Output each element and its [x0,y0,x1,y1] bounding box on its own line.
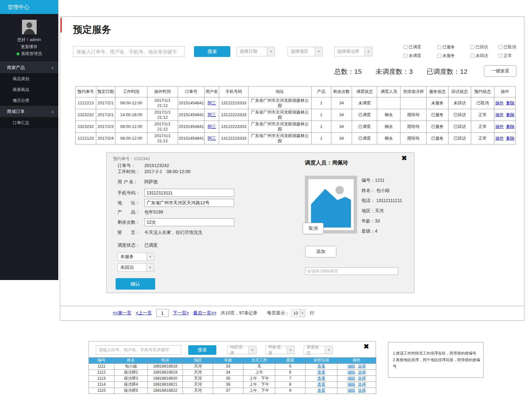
staff-search-button[interactable]: 搜索 [188,345,216,355]
close-icon[interactable]: ✖ [363,343,369,350]
confirm-button[interactable]: 确认 [116,278,155,290]
sidebar-group-orders[interactable]: 商城订单 ∧ [0,106,58,117]
cell-link[interactable]: 查看 [317,388,325,393]
search-button[interactable]: 搜索 [194,46,230,57]
cell: 柳永 [377,121,400,133]
filter-checkbox-scheduled[interactable]: 已调度 [404,44,437,50]
filter-checkbox-cancelled[interactable]: 已取消 [499,44,523,50]
chevron-down-icon[interactable]: ▼ [248,346,256,354]
phone-input[interactable] [144,189,234,197]
column-header: 调度状态 [352,87,377,97]
per-page-select[interactable]: 10 ▼ [291,309,305,317]
sidebar-item-product-category[interactable]: 商品类别 [0,74,58,84]
row-action-link[interactable]: 选择 [358,382,366,387]
header-row: 预约单号预定日期工作时段操作时间订单号用户名手机号码地址产品剩余次数调度状态调度… [75,87,516,97]
checkbox-icon[interactable] [471,54,474,58]
cell-link[interactable]: 阿三 [208,124,216,129]
search-input[interactable] [73,46,184,57]
chevron-down-icon[interactable]: ▼ [364,47,372,56]
row-action-link[interactable]: 操作 [495,101,504,105]
checkbox-icon[interactable] [437,45,441,49]
cell-link[interactable]: 阿三 [208,136,216,141]
service-state-select[interactable]: 未服务 ▼ [118,253,154,261]
checkbox-icon[interactable] [499,54,502,58]
chevron-down-icon[interactable]: ▼ [300,310,305,317]
filter-checkbox-unscheduled[interactable]: 未调度 [404,53,437,59]
row-action-link[interactable]: 删除 [506,136,514,141]
refresh-cache-link[interactable]: 更新缓存 [0,44,58,50]
product-value: 包年5199 [144,209,163,214]
filter-checkbox-served[interactable]: 已服务 [437,44,471,50]
popup-dispatch-select[interactable]: 派遣状态 ▼ [304,346,333,354]
row-action-link[interactable]: 编辑 [348,382,356,387]
checkbox-icon[interactable] [471,45,474,49]
row-action-link[interactable]: 操作 [495,112,504,117]
one-key-dispatch-button[interactable]: 一键派遣 [484,65,516,77]
column-header: 手机号码 [219,87,248,97]
row-action-link[interactable]: 编辑 [348,370,356,375]
red-scrollbar-thumb[interactable] [61,18,62,32]
last-page-link[interactable]: 最后一页>> [193,310,216,316]
row-action-link[interactable]: 删除 [506,124,514,129]
row-action-link[interactable]: 操作 [495,124,504,129]
remaining-input[interactable] [144,218,234,226]
row-actions: 操作删除 [494,121,516,133]
filter-checkbox-unserved[interactable]: 未服务 [437,53,471,59]
filter-checkbox-unvisited[interactable]: 未回访 [471,53,499,59]
sidebar-item-microshop-category[interactable]: 微店分类 [0,95,58,106]
sidebar-item-order-summary[interactable]: 订单汇总 [0,117,58,128]
filter-checkbox-normal[interactable]: 正常 [499,53,523,59]
cleaner-select[interactable]: 选择保洁师 ▼ [334,47,372,56]
row-action-link[interactable]: 选择 [358,388,366,393]
row-action-link[interactable]: 选择 [358,364,366,368]
row-action-link[interactable]: 操作 [495,136,504,141]
cell: 正常 [471,121,494,133]
row-action-link[interactable]: 删除 [506,112,514,117]
sidebar-item-merchant-goods[interactable]: 商家商品 [0,84,58,95]
cancel-staff-button[interactable]: 取消 [303,223,324,234]
checkbox-label: 正常 [504,53,512,59]
row-action-link[interactable]: 选择 [358,376,366,381]
cell-link[interactable]: 阿三 [208,112,216,117]
row-actions: 操作删除 [494,97,516,109]
staff-message-input[interactable] [305,267,398,275]
visit-state-select[interactable]: 未回访 ▼ [118,263,154,272]
checkbox-icon[interactable] [404,54,407,58]
page-number-input[interactable] [156,309,169,317]
popup-region-select[interactable]: 地区选择 ▼ [227,346,256,354]
cell-link[interactable]: 查看 [317,376,325,381]
cell-link[interactable]: 查看 [317,370,325,375]
column-header: 地址 [248,87,311,97]
prev-page-link[interactable]: <上一页 [136,310,152,316]
chevron-down-icon[interactable]: ▼ [267,47,275,56]
chevron-down-icon[interactable]: ▼ [287,346,294,354]
cell: 08:00-12:00 [115,97,147,109]
row-action-link[interactable]: 编辑 [348,388,356,393]
cell-link[interactable]: 查看 [317,382,325,387]
region-select[interactable]: 选择地区 ▼ [288,47,323,56]
cell-link[interactable]: 阿三 [208,101,216,105]
chevron-down-icon[interactable]: ▼ [146,264,154,271]
checkbox-icon[interactable] [499,45,502,49]
popup-age-select[interactable]: 年龄选择 ▼ [265,346,295,354]
cell-link[interactable]: 查看 [317,364,325,368]
chevron-down-icon[interactable]: ▼ [325,346,333,354]
address-input[interactable] [144,199,234,207]
chevron-down-icon[interactable]: ▼ [146,253,154,261]
sidebar-group-products[interactable]: 商家产品 ∧ [0,62,58,74]
next-page-link[interactable]: 下一页> [173,310,189,316]
checkbox-icon[interactable] [437,54,441,58]
row-action-link[interactable]: 编辑 [348,364,356,368]
add-staff-button[interactable]: 添加 [305,246,336,257]
stat-scheduled: 已调度数：12 [427,67,467,76]
close-icon[interactable]: ✖ [401,155,407,161]
first-page-link[interactable]: <<第一页 [113,310,131,316]
filter-checkbox-visited[interactable]: 已回访 [471,44,499,50]
checkbox-icon[interactable] [404,45,407,49]
staff-search-input[interactable] [96,345,181,354]
row-action-link[interactable]: 删除 [506,101,514,105]
date-select[interactable]: 选择日期 ▼ [237,47,275,56]
row-action-link[interactable]: 编辑 [348,376,356,381]
row-action-link[interactable]: 选择 [358,370,366,375]
chevron-down-icon[interactable]: ▼ [315,47,322,56]
